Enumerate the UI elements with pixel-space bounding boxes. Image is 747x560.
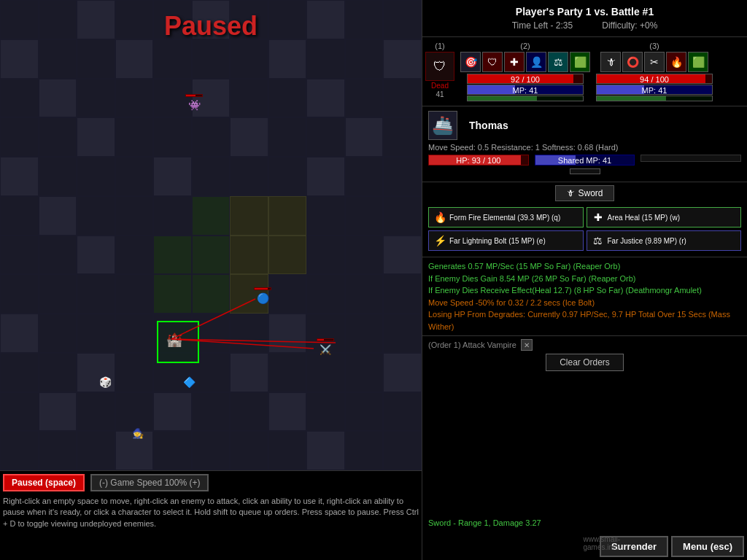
character-portrait[interactable]: 🚢	[428, 111, 457, 140]
ability-fire-label: Form Fire Elemental (39.3 MP) (q)	[449, 214, 560, 222]
status-line-5: Losing HP From Degrades: Currently 0.97 …	[428, 308, 741, 332]
member-2-number: (2)	[520, 42, 530, 50]
icon-3-4[interactable]: 🔥	[666, 52, 686, 72]
member-3-mp-bar: MP: 41	[596, 85, 713, 95]
ability-fire-btn[interactable]: 🔥 Form Fire Elemental (39.3 MP) (q)	[428, 207, 584, 228]
bottom-buttons: Surrender Menu (esc) www.small-games.inf…	[600, 536, 744, 557]
member-3-icons: 🗡 ⭕ ✂ 🔥 🟩	[600, 52, 708, 72]
character-third-bar	[640, 155, 741, 162]
watermark: www.small-games.info	[583, 535, 620, 551]
abilities-panel: 🗡 Sword 🔥 Form Fire Elemental (39.3 MP) …	[422, 182, 747, 257]
member-2-mp-text: MP: 41	[468, 85, 583, 96]
member-3-hp-text: 94 / 100	[597, 74, 712, 85]
ally-sprite-2[interactable]: 🔷	[179, 372, 199, 392]
icon-3-2[interactable]: ⭕	[622, 52, 643, 72]
heal-icon: ✚	[591, 210, 605, 225]
fire-icon: 🔥	[433, 210, 447, 225]
ability-row-1: 🔥 Form Fire Elemental (39.3 MP) (q) ✚ Ar…	[428, 207, 741, 228]
battle-title: Player's Party 1 vs. Battle #1	[422, 0, 747, 20]
bottom-bar: Paused (space) (-) Game Speed 100% (+) R…	[0, 470, 422, 560]
party-member-3[interactable]: (3) 🗡 ⭕ ✂ 🔥 🟩 94 / 100 MP: 41	[596, 42, 713, 101]
ability-heal-label: Area Heal (15 MP) (w)	[608, 214, 680, 222]
clear-orders-button[interactable]: Clear Orders	[546, 354, 624, 371]
order-row: (Order 1) Attack Vampire ✕	[428, 339, 741, 351]
character-mp-bar: Shared MP: 41	[535, 155, 635, 166]
icon-2-2[interactable]: 🛡	[482, 52, 503, 72]
member-2-mp-bar: MP: 41	[467, 85, 584, 95]
icon-2-5[interactable]: ⚖	[548, 52, 568, 72]
ability-heal-btn[interactable]: ✚ Area Heal (15 MP) (w)	[587, 207, 742, 228]
status-line-1: Generates 0.57 MP/Sec (15 MP So Far) (Re…	[428, 260, 741, 273]
status-line-3: If Enemy Dies Receive Effect(Heal 12.7) …	[428, 284, 741, 297]
game-speed-button[interactable]: (-) Game Speed 100% (+)	[90, 474, 209, 491]
ability-justice-btn[interactable]: ⚖ Far Justice (9.89 MP) (r)	[587, 230, 742, 251]
order-text: (Order 1) Attack Vampire	[428, 341, 516, 349]
member-1-number: (1)	[435, 42, 444, 50]
ally-sprite[interactable]: 🎲	[95, 372, 115, 392]
member-2-hp-bar: 92 / 100	[467, 74, 584, 84]
pause-button[interactable]: Paused (space)	[3, 474, 85, 491]
ability-lightning-btn[interactable]: ⚡ Far Lightning Bolt (15 MP) (e)	[428, 230, 584, 251]
difficulty: Difficulty: +0%	[602, 20, 657, 31]
sword-icon: 🗡	[566, 188, 575, 198]
ability-justice-label: Far Justice (9.89 MP) (r)	[608, 237, 686, 245]
character-name: Thomas	[469, 120, 508, 131]
member-3-hp-bar: 94 / 100	[596, 74, 713, 84]
orders-section: (Order 1) Attack Vampire ✕ Clear Orders	[422, 335, 747, 374]
character-mp-text: Shared MP: 41	[535, 155, 635, 166]
character-detail: 🚢 Thomas Move Speed: 0.5 Resistance: 1 S…	[422, 106, 747, 182]
member-1-dead-label: Dead	[431, 82, 449, 90]
game-map[interactable]: Paused 👾 🏰 🔵 ⚔️ 🎲 🔷 🧙	[0, 0, 422, 470]
right-panel: Player's Party 1 vs. Battle #1 Time Left…	[422, 0, 747, 560]
member-2-icons: 🎯 🛡 ✚ 👤 ⚖ 🟩	[460, 52, 590, 72]
character-hp-bar: HP: 93 / 100	[428, 155, 529, 166]
justice-icon: ⚖	[591, 233, 605, 248]
icon-2-4[interactable]: 👤	[526, 52, 546, 72]
paused-overlay-text: Paused	[164, 11, 258, 42]
party-member-1[interactable]: (1) 🛡 Dead 41	[425, 42, 454, 98]
member-1-portrait[interactable]: 🛡	[425, 52, 454, 81]
ability-lightning-label: Far Lightning Bolt (15 MP) (e)	[449, 237, 546, 245]
status-line-4: Move Speed -50% for 0.32 / 2.2 secs (Ice…	[428, 297, 741, 309]
ally-sprite-3[interactable]: 🧙	[128, 423, 148, 443]
time-left: Time Left - 2:35	[512, 20, 573, 31]
party-display: (1) 🛡 Dead 41 (2) 🎯 🛡 ✚ 👤 ⚖ 🟩 92 / 100	[422, 37, 747, 106]
status-text-panel: Generates 0.57 MP/Sec (15 MP So Far) (Re…	[422, 257, 747, 335]
member-1-mp: 41	[436, 90, 444, 98]
member-3-number: (3)	[649, 42, 659, 50]
weapon-status: Sword - Range 1, Damage 3.27	[428, 518, 541, 527]
icon-3-5[interactable]: 🟩	[688, 52, 708, 72]
member-3-third-bar	[596, 96, 713, 101]
character-hp-text: HP: 93 / 100	[429, 155, 528, 166]
member-2-third-bar	[467, 96, 584, 101]
character-stats: Move Speed: 0.5 Resistance: 1 Softness: …	[428, 143, 741, 152]
icon-3-3[interactable]: ✂	[644, 52, 665, 72]
selected-character-sprite[interactable]: 🏰	[164, 330, 185, 350]
status-line-2: If Enemy Dies Gain 8.54 MP (26 MP So Far…	[428, 273, 741, 285]
icon-2-3[interactable]: ✚	[504, 52, 525, 72]
ability-row-2: ⚡ Far Lightning Bolt (15 MP) (e) ⚖ Far J…	[428, 230, 741, 251]
battle-info: Time Left - 2:35 Difficulty: +0%	[422, 20, 747, 37]
member-2-hp-text: 92 / 100	[468, 74, 583, 85]
grid	[0, 0, 422, 470]
icon-3-1[interactable]: 🗡	[600, 52, 621, 72]
icon-2-1[interactable]: 🎯	[460, 52, 481, 72]
order-x-button[interactable]: ✕	[521, 339, 533, 351]
auto-act-button[interactable]	[570, 168, 600, 174]
menu-button[interactable]: Menu (esc)	[671, 536, 744, 557]
lightning-icon: ⚡	[433, 233, 447, 248]
help-text: Right-click an empty space to move, righ…	[3, 496, 419, 529]
party-member-2[interactable]: (2) 🎯 🛡 ✚ 👤 ⚖ 🟩 92 / 100 MP: 41	[460, 42, 590, 101]
member-3-mp-text: MP: 41	[597, 85, 712, 96]
enemy-sprite-3[interactable]: ⚔️	[315, 339, 336, 359]
enemy-sprite-1[interactable]: 👾	[184, 95, 204, 115]
sword-label: Sword	[578, 188, 603, 198]
sword-button[interactable]: 🗡 Sword	[555, 185, 614, 201]
enemy-sprite-2[interactable]: 🔵	[252, 288, 273, 308]
icon-2-6[interactable]: 🟩	[570, 52, 590, 72]
